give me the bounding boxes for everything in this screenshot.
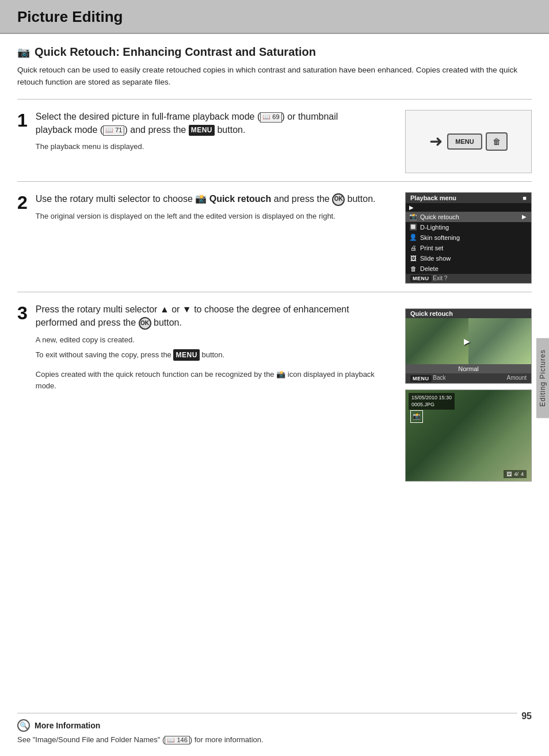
step-2-sub: The original version is displayed on the… <box>36 211 376 222</box>
page-title: Picture Editing <box>17 8 532 26</box>
pm-footer-right: ? <box>444 275 448 281</box>
qr-menu-key: MENU <box>410 375 432 382</box>
page-number: 95 <box>521 711 532 721</box>
step-3-sub3: Copies created with the quick retouch fu… <box>36 369 376 391</box>
step-number-3: 3 <box>17 304 28 322</box>
pm-title-bar: Playback menu ■ <box>406 193 531 203</box>
book-ref-71: 📖 71 <box>103 125 124 136</box>
qr-amount: Amount <box>507 375 527 381</box>
more-info-label: More Information <box>35 721 100 730</box>
photo-bottom-overlay: 🖼 4/ 4 <box>504 470 527 478</box>
pm-show-label: Slide show <box>420 255 451 262</box>
step-3-heading: Press the rotary multi selector or to ch… <box>36 303 376 330</box>
step-2: 2 Use the rotary multi selector to choos… <box>17 181 532 292</box>
pm-footer: MENU Exit ? <box>406 274 531 283</box>
pm-delete: 🗑 Delete <box>406 264 531 274</box>
more-info-icon: 🔍 <box>17 719 30 732</box>
menu-button: MENU <box>447 133 482 150</box>
qr-title: Quick retouch <box>406 309 531 318</box>
intro-paragraph: Quick retouch can be used to easily crea… <box>17 64 532 89</box>
tri-down-icon <box>182 304 192 314</box>
quick-retouch-label: Quick retouch <box>209 194 272 204</box>
step-3-sub2: To exit without saving the copy, press t… <box>36 349 376 361</box>
qr-normal-bar: Normal <box>406 364 531 373</box>
footer-book-ref: 📖 146 <box>165 736 189 744</box>
ok-button-icon: OK <box>332 193 345 206</box>
pm-footer-text: MENU Exit <box>410 275 443 281</box>
pm-show-icon: 🖼 <box>409 254 417 262</box>
footer-see-text: See "Image/Sound File and Folder Names" … <box>17 735 517 744</box>
qr-back: MENU Back <box>410 375 446 381</box>
photo-count: 4/ <box>514 471 518 477</box>
step-1-left: 1 Select the desired picture in full-fra… <box>17 110 388 173</box>
step-1-right: ➜ MENU 🗑 <box>388 110 532 173</box>
pm-title-icon: ■ <box>523 194 527 201</box>
step-3-right: Quick retouch ▶ Normal MENU Back Amount … <box>388 303 532 481</box>
camera-buttons: MENU 🗑 <box>447 132 507 151</box>
step-1-heading: Select the desired picture in full-frame… <box>36 110 376 136</box>
photo-date: 15/05/2010 15:30 <box>411 394 452 402</box>
pm-qr-arrow: ▶ <box>522 213 527 220</box>
pm-dlighting: 🔲 D-Lighting <box>406 222 531 232</box>
pm-qr-icon: 📸 <box>409 213 417 221</box>
pm-play-icon: ▶ <box>409 204 414 211</box>
step-1: 1 Select the desired picture in full-fra… <box>17 99 532 181</box>
photo-info-val: 4 <box>521 471 524 477</box>
pm-del-icon: 🗑 <box>409 265 417 273</box>
pm-ss-icon: 👤 <box>409 234 417 242</box>
side-tab: Editing Pictures <box>536 338 549 418</box>
pm-title: Playback menu <box>410 194 456 201</box>
pm-slide-show: 🖼 Slide show <box>406 253 531 264</box>
pm-skin-softening: 👤 Skin softening <box>406 232 531 243</box>
photo-date-overlay: 15/05/2010 15:30 0005.JPG <box>409 393 455 410</box>
trash-button: 🗑 <box>486 132 508 151</box>
step-3-text: Press the rotary multi selector or to ch… <box>36 303 376 391</box>
section-heading: Quick Retouch: Enhancing Contrast and Sa… <box>35 45 316 59</box>
main-content: 📷 Quick Retouch: Enhancing Contrast and … <box>0 34 549 501</box>
playback-menu-screenshot: Playback menu ■ ▶ 📸 Quick retouch ▶ 🔲 D-… <box>405 192 532 284</box>
quick-retouch-screenshot: Quick retouch ▶ Normal MENU Back Amount <box>405 308 532 383</box>
pm-ps-label: Print set <box>420 245 443 251</box>
pm-print-set: 🖨 Print set <box>406 243 531 253</box>
step-1-sub: The playback menu is displayed. <box>36 141 376 152</box>
step-3-left: 3 Press the rotary multi selector or to … <box>17 303 388 481</box>
book-ref-69: 📖 69 <box>260 112 281 123</box>
step-2-text: Use the rotary multi selector to choose … <box>36 192 376 222</box>
pm-qr-label: Quick retouch <box>420 213 459 220</box>
qr-original <box>406 318 468 364</box>
pm-del-label: Delete <box>420 265 439 272</box>
tri-up-icon <box>160 304 169 314</box>
qr-edited: ▶ <box>468 318 531 364</box>
qr-footer: MENU Back Amount <box>406 373 531 383</box>
page-header: Picture Editing <box>0 0 549 34</box>
side-tab-label: Editing Pictures <box>539 349 547 406</box>
camera-diagram: ➜ MENU 🗑 <box>405 110 532 173</box>
step-1-text: Select the desired picture in full-frame… <box>36 110 376 152</box>
step-3-sub1: A new, edited copy is created. <box>36 334 376 346</box>
step-number-1: 1 <box>17 111 28 129</box>
pm-ps-icon: 🖨 <box>409 244 417 252</box>
photo-retouch-icon: 📸 <box>410 410 423 423</box>
photo-frame-icon: 🖼 <box>506 471 512 477</box>
more-info-row: 🔍 More Information <box>17 719 517 732</box>
qr-images: ▶ <box>406 318 531 364</box>
pm-menu-key: MENU <box>410 275 432 282</box>
step-2-right: Playback menu ■ ▶ 📸 Quick retouch ▶ 🔲 D-… <box>388 192 532 284</box>
photo-info-screenshot: 15/05/2010 15:30 0005.JPG 📸 🖼 4/ 4 <box>405 390 532 482</box>
step-2-left: 2 Use the rotary multi selector to choos… <box>17 192 388 284</box>
pm-dl-icon: 🔲 <box>409 223 417 231</box>
pm-ss-label: Skin softening <box>420 234 460 241</box>
step-number-2: 2 <box>17 193 28 212</box>
menu-key-1: MENU <box>189 125 215 136</box>
footer-section: 🔍 More Information See "Image/Sound File… <box>17 713 517 744</box>
pm-dl-label: D-Lighting <box>420 224 449 231</box>
step-2-heading: Use the rotary multi selector to choose … <box>36 192 376 206</box>
ok-button-icon-2: OK <box>139 317 151 330</box>
photo-file: 0005.JPG <box>411 401 452 408</box>
step-3: 3 Press the rotary multi selector or to … <box>17 292 532 489</box>
pm-quick-retouch: 📸 Quick retouch ▶ <box>406 212 531 222</box>
section-title: 📷 Quick Retouch: Enhancing Contrast and … <box>17 45 532 59</box>
menu-key-3: MENU <box>173 349 199 361</box>
quick-retouch-icon: 📷 <box>17 46 30 59</box>
arrow-icon: ➜ <box>429 132 443 151</box>
